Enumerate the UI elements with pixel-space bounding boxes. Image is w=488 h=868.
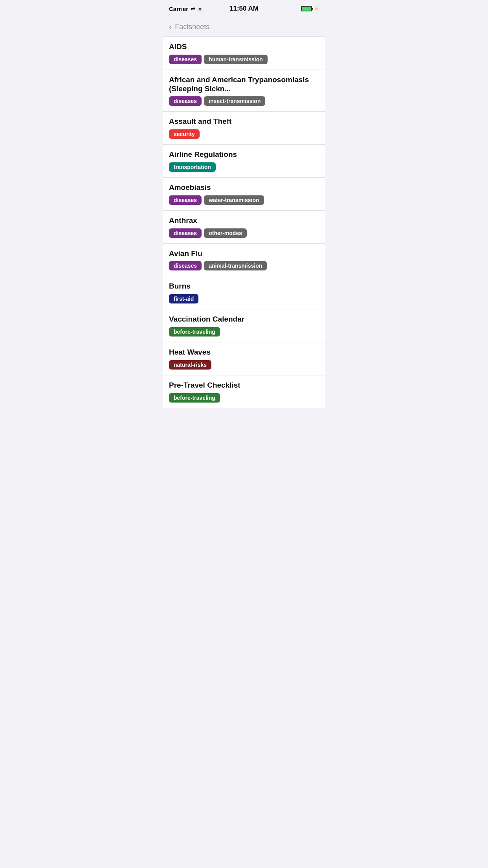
item-title: Avian Flu — [169, 249, 319, 258]
item-title: Airline Regulations — [169, 150, 319, 159]
nav-back-label: Factsheets — [175, 23, 209, 31]
item-tags: diseaseshuman-transmission — [169, 55, 319, 64]
back-button[interactable]: ‹ Factsheets — [169, 23, 209, 31]
item-title: African and American Trypanosomiasis (Sl… — [169, 75, 319, 94]
item-title: Heat Waves — [169, 348, 319, 357]
list-item[interactable]: Avian Fludiseasesanimal-transmission — [163, 244, 325, 277]
tag-label: before-traveling — [169, 393, 220, 403]
carrier-wifi: Carrier ⇌ — [169, 6, 203, 12]
item-tags: diseasesother-modes — [169, 228, 319, 238]
tag-label: before-traveling — [169, 327, 220, 337]
item-tags: before-traveling — [169, 327, 319, 337]
tag-label: natural-risks — [169, 360, 211, 370]
item-title: Vaccination Calendar — [169, 315, 319, 324]
tag-label: diseases — [169, 96, 202, 106]
item-tags: diseasesanimal-transmission — [169, 261, 319, 270]
item-tags: first-aid — [169, 294, 319, 303]
list-item[interactable]: AIDSdiseaseshuman-transmission — [163, 37, 325, 70]
tag-label: other-modes — [204, 228, 247, 238]
charging-icon: ⚡ — [314, 6, 319, 11]
battery-area: ⚡ — [301, 6, 319, 11]
tag-label: water-transmission — [204, 195, 264, 205]
tag-label: transportation — [169, 162, 216, 172]
nav-bar: ‹ Factsheets — [163, 17, 325, 37]
tag-label: diseases — [169, 261, 202, 270]
item-tags: diseasesinsect-transmission — [169, 96, 319, 106]
tag-label: insect-transmission — [204, 96, 265, 106]
tag-label: diseases — [169, 55, 202, 64]
item-title: Pre-Travel Checklist — [169, 381, 319, 390]
item-tags: before-traveling — [169, 393, 319, 403]
status-bar: Carrier ⇌ 11:50 AM ⚡ — [163, 0, 325, 17]
item-tags: diseaseswater-transmission — [169, 195, 319, 205]
item-title: Amoebiasis — [169, 183, 319, 192]
battery-icon — [301, 6, 312, 11]
list-item[interactable]: Burnsfirst-aid — [163, 276, 325, 309]
item-title: Burns — [169, 282, 319, 291]
item-title: Anthrax — [169, 216, 319, 225]
list-item[interactable]: Heat Wavesnatural-risks — [163, 342, 325, 375]
tag-label: diseases — [169, 228, 202, 238]
item-tags: security — [169, 129, 319, 139]
status-time: 11:50 AM — [229, 5, 259, 13]
list-item[interactable]: Anthraxdiseasesother-modes — [163, 211, 325, 244]
item-tags: natural-risks — [169, 360, 319, 370]
factsheets-list: AIDSdiseaseshuman-transmissionAfrican an… — [163, 37, 325, 408]
tag-label: human-transmission — [204, 55, 268, 64]
tag-label: security — [169, 129, 200, 139]
item-title: AIDS — [169, 42, 319, 51]
wifi-icon: ⇌ — [191, 6, 203, 12]
list-item[interactable]: Vaccination Calendarbefore-traveling — [163, 309, 325, 342]
tag-label: animal-transmission — [204, 261, 267, 270]
list-item[interactable]: Amoebiasisdiseaseswater-transmission — [163, 178, 325, 211]
list-item[interactable]: Airline Regulationstransportation — [163, 145, 325, 178]
tag-label: diseases — [169, 195, 202, 205]
back-chevron-icon: ‹ — [169, 23, 172, 31]
item-title: Assault and Theft — [169, 117, 319, 126]
list-item[interactable]: Pre-Travel Checklistbefore-traveling — [163, 375, 325, 408]
list-item[interactable]: African and American Trypanosomiasis (Sl… — [163, 70, 325, 112]
tag-label: first-aid — [169, 294, 198, 303]
list-item[interactable]: Assault and Theftsecurity — [163, 112, 325, 145]
carrier-label: Carrier — [169, 6, 188, 12]
item-tags: transportation — [169, 162, 319, 172]
